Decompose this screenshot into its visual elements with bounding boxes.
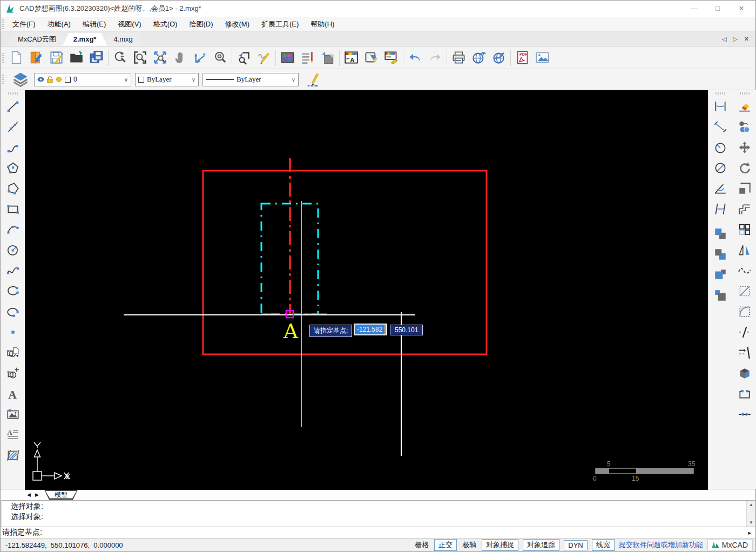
ellipse-button[interactable] bbox=[3, 281, 23, 301]
edit-text-button[interactable] bbox=[298, 48, 318, 68]
menu-file[interactable]: 文件(F) bbox=[6, 18, 42, 31]
command-scrollbar[interactable]: ▲ ▼ bbox=[746, 501, 755, 527]
undo-button[interactable] bbox=[405, 48, 425, 68]
rectangle-button[interactable] bbox=[3, 199, 23, 219]
tab-scroll-right-icon[interactable]: ▷ bbox=[733, 36, 737, 43]
erase-button[interactable] bbox=[735, 96, 755, 117]
mxcad-brand[interactable]: MxCAD bbox=[707, 540, 753, 550]
open-drawing-button[interactable] bbox=[26, 48, 46, 68]
move-button[interactable] bbox=[735, 137, 755, 158]
elliptical-arc-button[interactable] bbox=[3, 301, 23, 322]
mirror-button[interactable] bbox=[735, 240, 755, 260]
save-button[interactable] bbox=[46, 48, 66, 68]
toggle-osnap[interactable]: 对象捕捉 bbox=[482, 539, 518, 551]
dim-distance-button[interactable] bbox=[711, 199, 731, 219]
toggle-otrack[interactable]: 对象追踪 bbox=[523, 539, 559, 551]
maximize-button[interactable]: □ bbox=[706, 1, 730, 16]
layer-select[interactable]: 0 ∨ bbox=[34, 73, 131, 86]
rotate-button[interactable] bbox=[735, 158, 755, 178]
hatch-button[interactable] bbox=[3, 445, 23, 466]
open-file-button[interactable] bbox=[66, 48, 86, 68]
toggle-ortho[interactable]: 正交 bbox=[434, 539, 457, 551]
layout-next-icon[interactable]: ▶ bbox=[33, 492, 41, 497]
tab-mxcad-cloud[interactable]: MxCAD云图 bbox=[7, 33, 67, 46]
redo-button[interactable] bbox=[425, 48, 445, 68]
line-button[interactable] bbox=[3, 96, 23, 117]
dim-linear-button[interactable] bbox=[711, 96, 731, 117]
polyline-button[interactable] bbox=[3, 137, 23, 158]
zoom-window-button[interactable] bbox=[130, 48, 150, 68]
export-pdf-button[interactable]: PDF bbox=[512, 48, 532, 68]
layout-prev-icon[interactable]: ◀ bbox=[25, 492, 33, 497]
new-drawing-button[interactable] bbox=[6, 48, 26, 68]
minimize-button[interactable]: — bbox=[682, 1, 706, 16]
toggle-polar[interactable]: 极轴 bbox=[461, 540, 477, 550]
zoom-extents-button[interactable] bbox=[150, 48, 170, 68]
dyn-y-input[interactable]: 550.101 bbox=[390, 325, 423, 335]
match-properties-button[interactable] bbox=[381, 48, 401, 68]
draworder-back-button[interactable] bbox=[711, 244, 731, 265]
dyn-x-input[interactable]: -121.582 bbox=[354, 324, 387, 335]
dim-angular-button[interactable] bbox=[711, 178, 731, 199]
linetype-select[interactable]: ByLayer ∨ bbox=[202, 73, 299, 86]
copy-button[interactable] bbox=[735, 117, 755, 137]
edit-polyline-button[interactable] bbox=[735, 260, 755, 281]
command-expand-icon[interactable]: ▸ bbox=[748, 529, 755, 536]
command-input-line[interactable]: 请指定基点: ▸ bbox=[1, 527, 755, 538]
polygon-button[interactable] bbox=[3, 158, 23, 178]
break-button[interactable] bbox=[735, 383, 755, 404]
close-button[interactable]: ✕ bbox=[730, 1, 753, 16]
menu-function[interactable]: 功能(A) bbox=[42, 18, 77, 31]
array-button[interactable] bbox=[735, 219, 755, 240]
dim-radius-button[interactable] bbox=[711, 137, 731, 158]
menu-view[interactable]: 视图(V) bbox=[112, 18, 147, 31]
circle-button[interactable] bbox=[3, 240, 23, 260]
lineweight-button[interactable] bbox=[302, 70, 322, 89]
pan-button[interactable] bbox=[170, 48, 190, 68]
toggle-grid[interactable]: 栅格 bbox=[414, 540, 430, 550]
publish-web-button[interactable] bbox=[469, 48, 489, 68]
toggle-lineweight[interactable]: 线宽 bbox=[592, 539, 615, 551]
draworder-front-button[interactable] bbox=[711, 224, 731, 244]
view-previous-button[interactable] bbox=[234, 48, 254, 68]
zoom-center-button[interactable] bbox=[210, 48, 230, 68]
spline-button[interactable] bbox=[3, 260, 23, 281]
tab-close-icon[interactable]: ✕ bbox=[744, 36, 749, 43]
chamfer-button[interactable] bbox=[735, 281, 755, 301]
arc-button[interactable] bbox=[3, 219, 23, 240]
single-text-button[interactable]: A bbox=[3, 383, 23, 404]
tab-2mxg[interactable]: 2.mxg* bbox=[63, 33, 107, 46]
print-button[interactable] bbox=[449, 48, 469, 68]
raster-image-button[interactable] bbox=[3, 404, 23, 425]
extend-button[interactable] bbox=[735, 342, 755, 363]
color-select[interactable]: ByLayer ∨ bbox=[135, 73, 199, 86]
scroll-down-icon[interactable]: ▼ bbox=[749, 520, 753, 525]
inscribed-polygon-button[interactable] bbox=[3, 178, 23, 199]
quick-select-button[interactable] bbox=[361, 48, 381, 68]
toggle-dyn[interactable]: DYN bbox=[564, 540, 587, 550]
draworder-above-button[interactable] bbox=[711, 265, 731, 285]
ucs-axes-button[interactable] bbox=[190, 48, 210, 68]
fillet-button[interactable] bbox=[735, 301, 755, 322]
drawing-canvas[interactable]: A X 5 35 bbox=[25, 90, 708, 490]
explode-button[interactable] bbox=[735, 363, 755, 383]
create-block-button[interactable] bbox=[3, 363, 23, 383]
menu-edit[interactable]: 编辑(E) bbox=[77, 18, 112, 31]
save-as-button[interactable] bbox=[86, 48, 106, 68]
multiline-text-button[interactable]: A bbox=[3, 425, 23, 445]
offset-button[interactable] bbox=[735, 199, 755, 219]
menu-help[interactable]: 帮助(H) bbox=[305, 18, 340, 31]
dim-aligned-button[interactable] bbox=[711, 117, 731, 137]
export-image-button[interactable] bbox=[532, 48, 552, 68]
menu-express-tools[interactable]: 扩展工具(E) bbox=[255, 18, 305, 31]
web-sync-button[interactable] bbox=[489, 48, 509, 68]
draworder-below-button[interactable] bbox=[711, 285, 731, 306]
menu-format[interactable]: 格式(O) bbox=[147, 18, 184, 31]
menu-draw[interactable]: 绘图(D) bbox=[183, 18, 219, 31]
layer-manager-button[interactable] bbox=[10, 70, 30, 89]
color-palette-button[interactable] bbox=[278, 48, 298, 68]
text-style-button[interactable]: A bbox=[341, 48, 361, 68]
freehand-sketch-button[interactable] bbox=[254, 48, 274, 68]
dim-diameter-button[interactable] bbox=[711, 158, 731, 178]
zoom-dynamic-button[interactable] bbox=[110, 48, 130, 68]
